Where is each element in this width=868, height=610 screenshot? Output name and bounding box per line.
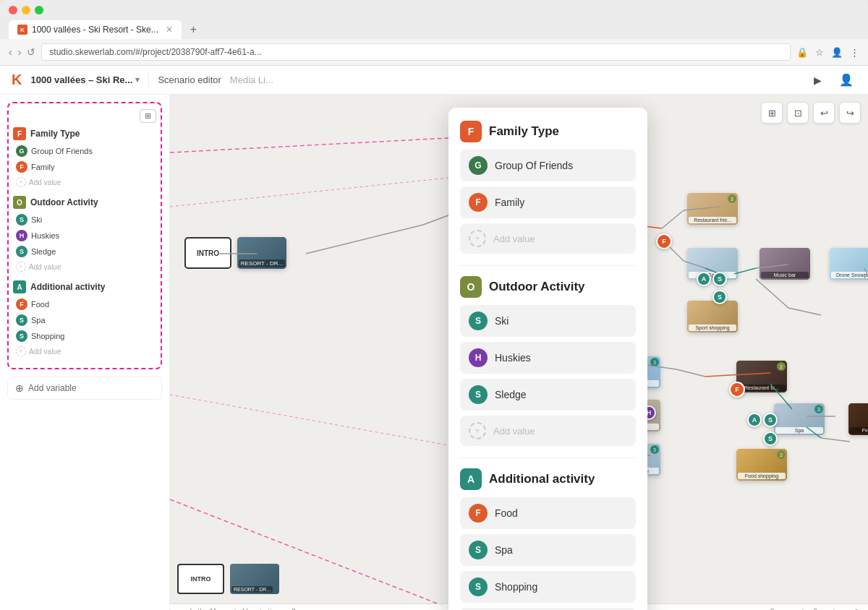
- sidebar-value-ski[interactable]: S Ski: [13, 212, 156, 227]
- sidebar-value-huskies[interactable]: H Huskies: [13, 228, 156, 243]
- tab-close-icon[interactable]: ✕: [166, 25, 173, 35]
- canvas-area: ⊞ ⊡ ↩ ↪: [170, 95, 868, 610]
- add-variable-label: Add variable: [28, 383, 77, 393]
- food-shopping-badge: 2: [777, 450, 786, 459]
- sidebar-value-sledge[interactable]: S Sledge: [13, 244, 156, 259]
- browser-actions: 🔒 ☆ 👤 ⋮: [796, 47, 859, 58]
- restaurant-frie-label: Restaurant frie...: [689, 217, 736, 223]
- popup-shopping[interactable]: S Shopping: [460, 571, 636, 603]
- huskies-label: Huskies: [31, 231, 59, 240]
- maximize-dot[interactable]: [35, 6, 43, 14]
- svg-line-2: [423, 214, 452, 225]
- spa-circle: S: [16, 314, 27, 326]
- svg-line-33: [170, 178, 448, 207]
- nav-media-library[interactable]: Media Li...: [230, 74, 273, 85]
- outdoor-badge: O: [13, 196, 26, 209]
- spa-label: Spa: [31, 316, 46, 325]
- close-dot[interactable]: [9, 6, 17, 14]
- canvas-redo-icon[interactable]: ↪: [839, 102, 861, 124]
- popup-ski[interactable]: S Ski: [460, 305, 636, 337]
- popup-sledge[interactable]: S Sledge: [460, 379, 636, 411]
- popup-spa-circle: S: [469, 541, 488, 559]
- popup-additional-header: A Additional activity: [460, 468, 636, 490]
- node-fireworks[interactable]: 1 Fireworks: [848, 403, 868, 435]
- sledge-label: Sledge: [31, 247, 56, 256]
- app-title[interactable]: 1000 vallées – Ski Re... ▾: [30, 74, 140, 85]
- traffic-lights: [9, 6, 859, 14]
- tab-title: 1000 vallées - Ski Resort - Ske...: [32, 25, 158, 35]
- star-icon[interactable]: ☆: [815, 47, 824, 58]
- back-button[interactable]: ‹: [9, 46, 12, 58]
- popup-huskies[interactable]: H Huskies: [460, 342, 636, 374]
- ski-label: Ski: [31, 215, 42, 224]
- sidebar-tool-button[interactable]: ⊞: [140, 109, 156, 123]
- node-resort[interactable]: RESORT - DR...: [237, 237, 286, 269]
- canvas-grid-icon[interactable]: ⊞: [761, 102, 783, 124]
- huskies-circle: H: [16, 230, 27, 241]
- popup-group-of-friends[interactable]: G Group Of Friends: [460, 150, 636, 181]
- play-icon[interactable]: ▶: [807, 70, 827, 90]
- sidebar-value-group-of-friends[interactable]: G Group Of Friends: [13, 144, 156, 158]
- minimize-dot[interactable]: [22, 6, 30, 14]
- filmstrip-intro[interactable]: INTRO: [177, 564, 224, 594]
- sidebar-value-family[interactable]: F Family: [13, 160, 156, 174]
- active-tab[interactable]: K 1000 vallées - Ski Resort - Ske... ✕: [9, 20, 182, 39]
- forward-button[interactable]: ›: [18, 46, 22, 58]
- node-food-shopping[interactable]: 2 Food shopping: [736, 449, 787, 481]
- popup-family-add-value[interactable]: + Add value: [460, 223, 636, 254]
- outdoor-add-value-btn[interactable]: + Add value: [13, 260, 64, 273]
- shopping-circle: S: [16, 330, 27, 342]
- popup-family[interactable]: F Family: [460, 186, 636, 218]
- nav-scenario-editor[interactable]: Scenario editor: [158, 74, 221, 85]
- family-circle: F: [16, 161, 27, 173]
- node-intro[interactable]: INTRO: [184, 237, 231, 269]
- popup-outdoor-add-value[interactable]: + Add value: [460, 416, 636, 446]
- slow-ski-badge: 3: [650, 358, 659, 366]
- filmstrip-resort[interactable]: RESORT - DR...: [230, 564, 279, 594]
- additional-badge: A: [13, 280, 26, 293]
- node-restaurant-frie[interactable]: 3 Restaurant frie...: [687, 193, 738, 225]
- family-type-add-value-btn[interactable]: + Add value: [13, 176, 64, 189]
- node-sport-shopping[interactable]: Sport shopping: [687, 301, 738, 332]
- popup-spa[interactable]: S Spa: [460, 534, 636, 566]
- account-icon[interactable]: 👤: [831, 47, 843, 58]
- app-header: K 1000 vallées – Ski Re... ▾ Scenario ed…: [0, 66, 868, 95]
- refresh-button[interactable]: ↺: [27, 46, 35, 58]
- menu-icon[interactable]: ⋮: [850, 47, 859, 58]
- canvas-undo-icon[interactable]: ↩: [813, 102, 835, 124]
- sidebar-toolbar: ⊞: [13, 109, 156, 123]
- popup-section-outdoor: O Outdoor Activity S Ski H Huskies S Sle…: [460, 276, 636, 446]
- svg-line-31: [170, 138, 448, 152]
- additional-add-value-btn[interactable]: + Add value: [13, 345, 64, 358]
- sidebar-value-spa[interactable]: S Spa: [13, 313, 156, 327]
- sidebar-value-food[interactable]: F Food: [13, 297, 156, 312]
- sidebar-value-shopping[interactable]: S Shopping: [13, 329, 156, 343]
- svg-line-30: [821, 438, 850, 442]
- outdoor-add-value-label: Add value: [29, 263, 61, 271]
- route-node-f2: F: [729, 382, 745, 398]
- popup-sledge-label: Sledge: [495, 389, 527, 400]
- user-account-icon[interactable]: 👤: [836, 70, 856, 90]
- add-variable-button[interactable]: ⊕ Add variable: [7, 377, 162, 400]
- address-bar: ‹ › ↺ studio.skewerlab.com/#/project/203…: [0, 39, 868, 66]
- popup-section-family-type: F Family Type G Group Of Friends F Famil…: [460, 121, 636, 254]
- node-music-bar[interactable]: Music bar: [760, 248, 810, 280]
- popup-outdoor-add-label: Add value: [493, 426, 535, 437]
- popup-shopping-label: Shopping: [495, 581, 537, 593]
- additional-label: Additional activity: [30, 282, 105, 292]
- new-tab-button[interactable]: +: [184, 23, 203, 36]
- svg-line-1: [306, 225, 423, 254]
- popup-section-additional: A Additional activity F Food S Spa S Sho…: [460, 468, 636, 610]
- popup-family-circle: F: [469, 193, 488, 212]
- app-title-dropdown-icon: ▾: [135, 75, 140, 85]
- canvas-crop-icon[interactable]: ⊡: [787, 102, 809, 124]
- node-drone-snowpark-2[interactable]: 3 Drone Snowpark: [830, 248, 868, 280]
- popup-food-circle: F: [469, 504, 488, 523]
- expanded-panel: F Family Type G Group Of Friends F Famil…: [448, 108, 647, 610]
- family-type-badge: F: [13, 127, 26, 140]
- node-spa-1[interactable]: Spa: [687, 248, 738, 280]
- popup-spa-label: Spa: [495, 544, 513, 556]
- popup-food[interactable]: F Food: [460, 497, 636, 529]
- node-spa-2[interactable]: 3 Spa: [774, 403, 825, 435]
- add-value-circle-aa: +: [16, 346, 26, 356]
